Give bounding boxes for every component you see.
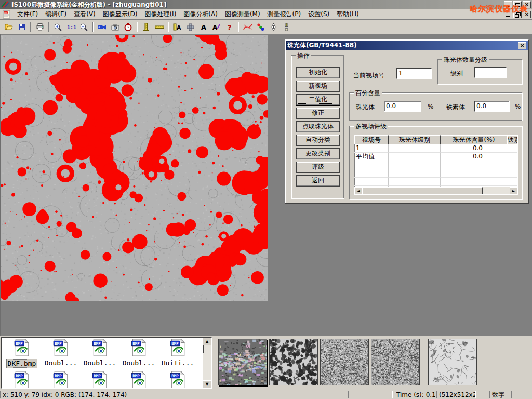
op-button-3[interactable]: 二值化: [296, 94, 340, 105]
mdi-minimize-button[interactable]: [504, 11, 512, 18]
caliper-icon[interactable]: [140, 21, 153, 33]
op-button-8[interactable]: 评级: [296, 162, 340, 173]
menu-item[interactable]: 图像显示(D): [99, 9, 141, 20]
menu-item[interactable]: 图像测量(M): [221, 9, 264, 20]
mdi-restore-button[interactable]: [513, 11, 522, 18]
scroll-up-icon[interactable]: ▲: [203, 338, 211, 345]
table-row[interactable]: [354, 161, 517, 169]
thumb-4[interactable]: [371, 339, 420, 385]
op-button-9[interactable]: 返回: [296, 175, 340, 187]
text-a-icon[interactable]: A: [197, 21, 210, 33]
svg-text:BMP: BMP: [171, 374, 179, 378]
print-icon[interactable]: [33, 21, 46, 33]
camera-icon[interactable]: [109, 21, 122, 33]
table-header[interactable]: 铁素体含量(%): [507, 135, 518, 144]
table-row[interactable]: 10.0: [354, 144, 517, 153]
maximize-button[interactable]: [513, 1, 522, 8]
actual-size-icon[interactable]: 1:1: [64, 21, 77, 33]
ferrite-input[interactable]: 0.0: [474, 101, 510, 112]
file-item[interactable]: BMP: [158, 371, 197, 389]
thumb-3[interactable]: [320, 339, 369, 385]
open-folder-icon[interactable]: [2, 21, 15, 33]
title-bar[interactable]: IS100显微摄像系统(金相分析版) - [zhuguangti01] ×: [0, 0, 532, 9]
file-item[interactable]: BMPDoubl...: [42, 339, 80, 368]
file-list-scrollbar[interactable]: ▲ ▼: [203, 338, 211, 388]
scroll-down-icon[interactable]: ▼: [203, 380, 211, 388]
delete-curve-icon[interactable]: [241, 21, 254, 33]
op-button-1[interactable]: 初始化: [296, 67, 340, 78]
table-header[interactable]: 珠光体含量(%): [441, 135, 507, 144]
op-button-7[interactable]: 更改类别: [296, 148, 340, 159]
brush-icon[interactable]: [280, 21, 293, 33]
file-item[interactable]: BMPHuiTi...: [158, 339, 197, 368]
file-item[interactable]: BMP: [119, 371, 158, 389]
menu-item[interactable]: 图像分析(A): [180, 9, 221, 20]
table-row[interactable]: 平均值0.0: [354, 153, 517, 161]
thumb-5[interactable]: [428, 339, 477, 385]
menu-item[interactable]: 编辑(E): [42, 9, 70, 20]
current-field-input[interactable]: 1: [396, 68, 432, 79]
op-button-2[interactable]: 新视场: [296, 81, 340, 92]
table-horizontal-scrollbar[interactable]: ◄ ►: [354, 187, 517, 194]
op-button-4[interactable]: 修正: [296, 108, 340, 119]
thumb-1[interactable]: [218, 339, 267, 385]
scroll-track[interactable]: [483, 187, 510, 194]
menu-item[interactable]: 测量报告(P): [264, 9, 305, 20]
table-row[interactable]: [354, 178, 517, 186]
file-list[interactable]: BMPDKF.bmpBMPDoubl...BMPDoubl...BMPDoubl…: [1, 337, 212, 389]
menu-item[interactable]: 文件(F): [14, 9, 42, 20]
status-empty-3: [511, 391, 531, 398]
file-item[interactable]: BMP: [42, 371, 80, 389]
pen-icon[interactable]: [267, 21, 280, 33]
table-header[interactable]: 珠光体级别: [389, 135, 441, 144]
table-cell: [389, 178, 441, 186]
table-cell: [389, 144, 441, 153]
op-button-5[interactable]: 点取珠光体: [296, 121, 340, 132]
zoom-in-icon[interactable]: [51, 21, 64, 33]
help-icon[interactable]: ?: [223, 21, 236, 33]
table-header[interactable]: 视场号: [354, 135, 389, 144]
thumb-2[interactable]: [269, 339, 318, 385]
menu-item[interactable]: 设置(S): [304, 9, 333, 20]
metallographic-image-binarized[interactable]: [1, 35, 268, 301]
file-item[interactable]: BMPDoubl...: [119, 339, 158, 368]
multifield-table[interactable]: 视场号珠光体级别珠光体含量(%)铁素体含量(%) 10.0平均值0.0 ◄ ►: [354, 135, 518, 195]
mdi-close-button[interactable]: ×: [523, 11, 531, 18]
file-item[interactable]: BMP: [3, 371, 41, 389]
percent-group: 百分含量 珠光体 0.0 % 铁素体 0.0 %: [349, 92, 522, 121]
timer-icon[interactable]: [122, 21, 135, 33]
grade-group-label: 珠光体数量分级: [442, 56, 489, 64]
menu-item[interactable]: 查看(V): [70, 9, 99, 20]
classify-balls-icon[interactable]: [254, 21, 267, 33]
file-item[interactable]: BMPDoubl...: [81, 339, 119, 368]
bmp-file-icon: BMP: [14, 371, 30, 389]
video-camera-icon[interactable]: [96, 21, 109, 33]
scroll-right-icon[interactable]: ►: [510, 187, 517, 194]
close-button[interactable]: ×: [523, 1, 531, 8]
menu-item[interactable]: 图像处理(I): [141, 9, 180, 20]
minimize-button[interactable]: [504, 1, 512, 8]
dialog-close-icon[interactable]: ×: [518, 42, 526, 49]
svg-text:BMP: BMP: [132, 341, 140, 346]
op-button-6[interactable]: 自动分类: [296, 135, 340, 146]
scroll-thumb[interactable]: [203, 345, 204, 353]
dialog-title-bar[interactable]: 珠光体(GB/T9441-88) ×: [286, 41, 528, 50]
status-mode: 数字: [489, 391, 510, 398]
menu-item[interactable]: 帮助(H): [333, 9, 362, 20]
table-row[interactable]: [354, 169, 517, 178]
ruler-icon[interactable]: [153, 21, 166, 33]
zoom-out-icon[interactable]: [77, 21, 90, 33]
merge-grid-icon[interactable]: [184, 21, 197, 33]
file-item[interactable]: BMPDKF.bmp: [3, 339, 41, 368]
save-icon[interactable]: [15, 21, 28, 33]
measure-text-icon[interactable]: A: [171, 21, 184, 33]
scroll-thumb[interactable]: [362, 187, 483, 194]
file-item[interactable]: BMP: [81, 371, 119, 389]
scroll-left-icon[interactable]: ◄: [354, 187, 362, 194]
annotate-icon[interactable]: A: [210, 21, 223, 33]
grade-input[interactable]: [474, 67, 507, 78]
status-dimensions: (512x512x24): [436, 391, 476, 398]
toolbar-separator: [238, 22, 239, 32]
bmp-file-icon: BMP: [52, 339, 69, 358]
pearlite-input[interactable]: 0.0: [384, 101, 421, 112]
